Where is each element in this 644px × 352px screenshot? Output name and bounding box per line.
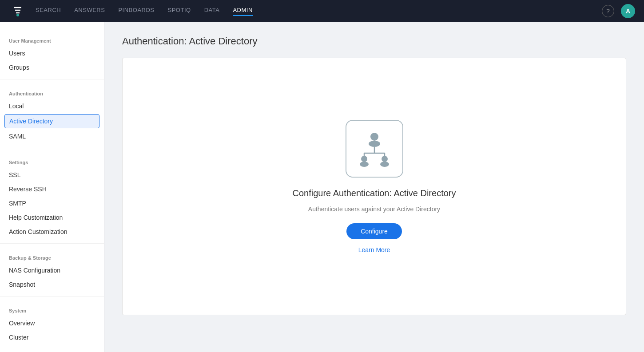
sidebar-section-label: Authentication bbox=[0, 84, 104, 99]
sidebar-item-overview[interactable]: Overview bbox=[0, 316, 104, 330]
card-heading: Configure Authentication: Active Directo… bbox=[293, 188, 456, 198]
top-nav: SEARCHANSWERSPINBOARDSSPOTIQDATAADMIN ? … bbox=[0, 0, 644, 22]
sidebar-item-snapshot[interactable]: Snapshot bbox=[0, 277, 104, 292]
sidebar-item-cluster[interactable]: Cluster bbox=[0, 330, 104, 344]
svg-point-13 bbox=[382, 156, 388, 162]
sidebar-section-label: User Management bbox=[0, 31, 104, 46]
configure-button[interactable]: Configure bbox=[346, 223, 402, 239]
app-layout: User ManagementUsersGroupsAuthentication… bbox=[0, 22, 644, 352]
user-avatar[interactable]: A bbox=[621, 4, 635, 18]
sidebar: User ManagementUsersGroupsAuthentication… bbox=[0, 22, 104, 352]
sidebar-item-users[interactable]: Users bbox=[0, 46, 104, 60]
main-content: Authentication: Active Directory bbox=[104, 22, 644, 352]
sidebar-item-nas-configuration[interactable]: NAS Configuration bbox=[0, 263, 104, 277]
nav-right: ? A bbox=[602, 4, 635, 18]
sidebar-item-saml[interactable]: SAML bbox=[0, 129, 104, 143]
sidebar-item-smtp[interactable]: SMTP bbox=[0, 196, 104, 210]
svg-point-5 bbox=[370, 133, 378, 141]
content-card: Configure Authentication: Active Directo… bbox=[122, 58, 626, 315]
page-title: Authentication: Active Directory bbox=[122, 36, 626, 47]
card-subtext: Authenticate users against your Active D… bbox=[308, 206, 440, 213]
sidebar-item-help-customization[interactable]: Help Customization bbox=[0, 210, 104, 225]
sidebar-section-label: Settings bbox=[0, 153, 104, 168]
svg-point-14 bbox=[380, 162, 389, 167]
active-directory-icon bbox=[354, 129, 394, 169]
sidebar-section-label: System bbox=[0, 301, 104, 316]
app-logo[interactable] bbox=[9, 2, 27, 20]
sidebar-item-action-customization[interactable]: Action Customization bbox=[0, 225, 104, 239]
svg-point-12 bbox=[360, 162, 369, 167]
nav-link-search[interactable]: SEARCH bbox=[36, 7, 61, 16]
sidebar-item-groups[interactable]: Groups bbox=[0, 60, 104, 75]
learn-more-link[interactable]: Learn More bbox=[358, 246, 390, 253]
help-button[interactable]: ? bbox=[602, 5, 614, 17]
nav-link-data[interactable]: DATA bbox=[204, 7, 220, 16]
sidebar-item-reverse-ssh[interactable]: Reverse SSH bbox=[0, 182, 104, 196]
card-center: Configure Authentication: Active Directo… bbox=[293, 120, 456, 253]
svg-point-4 bbox=[16, 14, 19, 16]
svg-point-6 bbox=[369, 141, 380, 147]
ad-icon-container bbox=[346, 120, 403, 178]
sidebar-item-local[interactable]: Local bbox=[0, 99, 104, 113]
svg-point-11 bbox=[361, 156, 367, 162]
nav-link-admin[interactable]: ADMIN bbox=[233, 7, 252, 16]
nav-link-spotiq[interactable]: SPOTIQ bbox=[168, 7, 191, 16]
nav-link-answers[interactable]: ANSWERS bbox=[74, 7, 105, 16]
nav-link-pinboards[interactable]: PINBOARDS bbox=[118, 7, 154, 16]
nav-links: SEARCHANSWERSPINBOARDSSPOTIQDATAADMIN bbox=[36, 7, 602, 16]
sidebar-item-ssl[interactable]: SSL bbox=[0, 168, 104, 182]
sidebar-item-active-directory[interactable]: Active Directory bbox=[4, 114, 99, 128]
sidebar-section-label: Backup & Storage bbox=[0, 248, 104, 263]
